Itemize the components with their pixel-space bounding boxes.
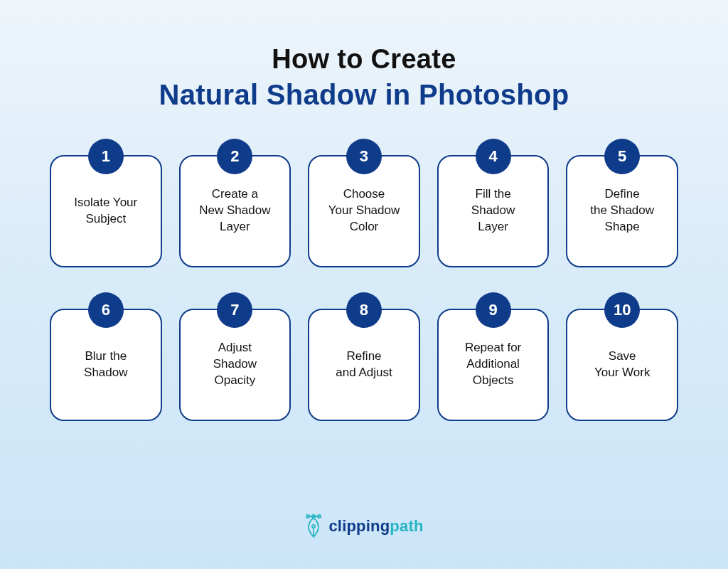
step-number-badge: 7 [217,292,252,328]
page-title: How to Create Natural Shadow in Photosho… [0,0,728,134]
brand-word-2: path [390,517,423,535]
brand-wordmark: clippingpath [328,517,423,536]
step-label: Refine and Adjust [336,349,392,381]
step-number-badge: 4 [476,139,511,174]
title-line-2: Natural Shadow in Photoshop [0,77,728,112]
brand-logo: clippingpath [304,514,423,539]
step-label: Adjust Shadow Opacity [213,340,257,389]
step-card: 7 Adjust Shadow Opacity [179,309,291,421]
step-label: Fill the Shadow Layer [471,186,515,235]
pen-tool-icon [304,514,323,539]
step-card: 3 Choose Your Shadow Color [308,155,420,267]
step-card: 1 Isolate Your Subject [50,155,162,267]
step-card: 8 Refine and Adjust [308,309,420,421]
brand-word-1: clipping [328,517,390,535]
step-card: 4 Fill the Shadow Layer [437,155,550,267]
step-number-badge: 3 [346,139,382,174]
step-label: Save Your Work [594,349,650,381]
step-number-badge: 2 [217,139,252,174]
title-line-1: How to Create [0,43,728,77]
step-card: 9 Repeat for Additional Objects [437,309,550,421]
step-number-badge: 9 [476,292,511,328]
step-card: 5 Define the Shadow Shape [566,155,678,267]
step-card: 10 Save Your Work [566,309,678,421]
steps-grid: 1 Isolate Your Subject 2 Create a New Sh… [0,134,728,421]
step-label: Blur the Shadow [84,349,127,381]
step-number-badge: 1 [88,139,124,174]
step-label: Choose Your Shadow Color [328,186,400,235]
svg-point-4 [312,525,315,528]
footer: clippingpath [0,514,728,539]
steps-row-1: 1 Isolate Your Subject 2 Create a New Sh… [50,155,678,267]
step-number-badge: 8 [346,292,382,328]
step-number-badge: 5 [604,139,640,174]
step-label: Create a New Shadow Layer [199,186,270,235]
step-number-badge: 6 [88,292,124,328]
steps-row-2: 6 Blur the Shadow 7 Adjust Shadow Opacit… [50,309,678,421]
step-label: Isolate Your Subject [74,195,137,228]
step-label: Repeat for Additional Objects [465,340,521,389]
step-card: 2 Create a New Shadow Layer [179,155,291,267]
step-number-badge: 10 [604,292,640,328]
step-card: 6 Blur the Shadow [50,309,162,421]
step-label: Define the Shadow Shape [590,186,654,235]
